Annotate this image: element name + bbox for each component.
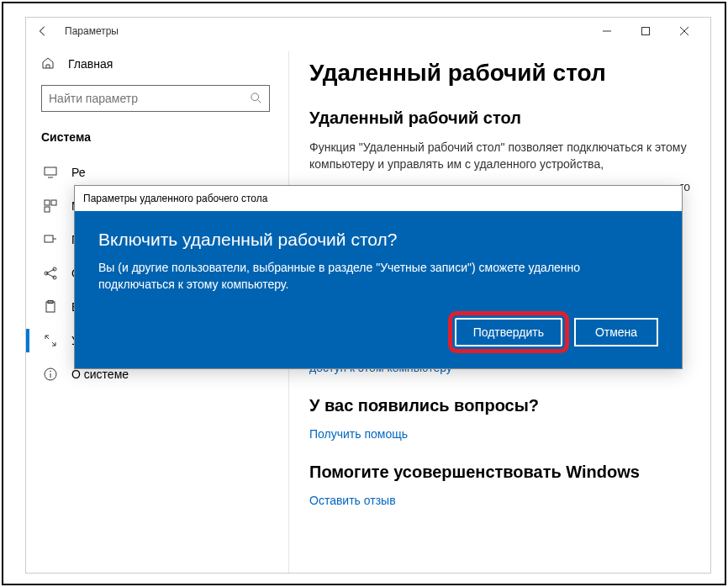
- cancel-button[interactable]: Отмена: [574, 318, 658, 346]
- svg-point-4: [251, 93, 259, 101]
- link-feedback[interactable]: Оставить отзыв: [309, 494, 690, 507]
- minimize-button[interactable]: [588, 19, 626, 44]
- dialog-text: Вы (и другие пользователи, выбранные в р…: [98, 260, 658, 293]
- svg-rect-1: [642, 28, 650, 35]
- home-link[interactable]: Главная: [41, 56, 288, 71]
- svg-rect-10: [45, 207, 50, 212]
- clipboard-icon: [43, 299, 58, 315]
- sidebar-item-label: Ре: [71, 166, 86, 179]
- confirm-button[interactable]: Подтвердить: [455, 318, 562, 346]
- svg-point-24: [50, 371, 51, 373]
- home-icon: [41, 56, 56, 71]
- project-icon: [43, 232, 58, 247]
- link-help[interactable]: Получить помощь: [309, 427, 690, 441]
- svg-line-5: [258, 100, 261, 103]
- display-icon: [43, 165, 58, 180]
- confirm-dialog: Параметры удаленного рабочего стола Вклю…: [74, 185, 683, 369]
- svg-line-21: [52, 342, 55, 346]
- back-button[interactable]: [33, 21, 53, 41]
- titlebar: Параметры: [26, 18, 710, 45]
- window-title: Параметры: [65, 25, 119, 37]
- sidebar-item-display[interactable]: Ре: [41, 156, 288, 189]
- svg-rect-6: [45, 167, 56, 175]
- maximize-button[interactable]: [626, 19, 665, 44]
- svg-line-20: [45, 336, 49, 339]
- svg-rect-9: [51, 200, 56, 205]
- page-title: Удаленный рабочий стол: [309, 60, 690, 87]
- subheading-1: Удаленный рабочий стол: [309, 108, 690, 128]
- svg-rect-8: [45, 200, 50, 205]
- share-icon: [43, 266, 58, 281]
- dialog-heading: Включить удаленный рабочий стол?: [98, 230, 658, 250]
- dialog-title: Параметры удаленного рабочего стола: [75, 186, 682, 211]
- remote-icon: [43, 333, 58, 348]
- subheading-3: Помогите усовершенствовать Windows: [309, 463, 690, 482]
- multitask-icon: [43, 198, 58, 214]
- section-header: Система: [41, 130, 288, 144]
- search-icon: [251, 93, 262, 104]
- sidebar-item-label: О системе: [71, 368, 129, 381]
- close-button[interactable]: [665, 19, 704, 44]
- svg-rect-11: [45, 235, 53, 242]
- subheading-2: У вас появились вопросы?: [309, 396, 690, 415]
- info-icon: [43, 367, 58, 382]
- search-box[interactable]: [41, 85, 270, 112]
- home-label: Главная: [68, 57, 113, 71]
- search-input[interactable]: [49, 92, 251, 105]
- desc-text: Функция "Удаленный рабочий стол" позволя…: [309, 140, 690, 172]
